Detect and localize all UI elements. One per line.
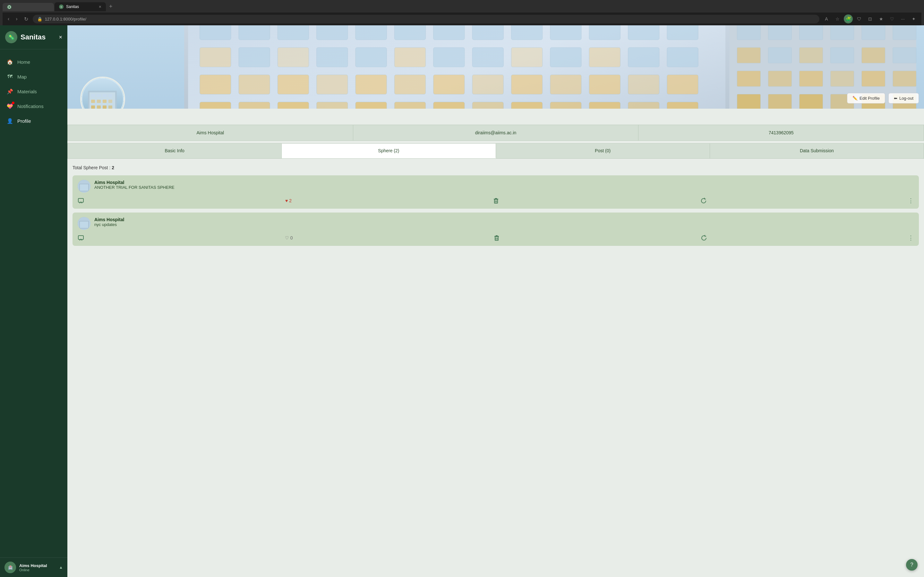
reload-button[interactable]: ↻ <box>22 15 30 23</box>
svg-rect-73 <box>768 25 792 40</box>
svg-rect-90 <box>737 94 760 109</box>
svg-rect-72 <box>737 25 760 40</box>
svg-rect-28 <box>550 25 582 40</box>
svg-rect-36 <box>355 47 387 67</box>
post-1-delete-button[interactable] <box>493 197 499 204</box>
post-1-like-button[interactable]: ♥ 2 <box>285 198 292 203</box>
tab-data-submission[interactable]: Data Submission <box>710 143 924 158</box>
svg-rect-86 <box>800 71 823 87</box>
footer-avatar: 🏥 <box>5 562 16 573</box>
post-2-actions: ♡ 0 ⋮ <box>78 232 914 242</box>
svg-rect-39 <box>472 47 503 67</box>
svg-rect-118 <box>103 105 107 109</box>
svg-rect-55 <box>589 75 620 94</box>
footer-name: Aims Hospital <box>19 563 56 568</box>
svg-rect-24 <box>394 25 425 40</box>
extensions-icon[interactable]: 🧩 <box>844 15 853 23</box>
favorites-icon[interactable]: ★ <box>877 15 885 23</box>
tab-post[interactable]: Post (0) <box>496 143 710 158</box>
svg-rect-21 <box>278 25 309 40</box>
new-tab-icon-tab[interactable] <box>3 3 54 11</box>
profile-phone-cell: 7413962095 <box>638 125 924 141</box>
sidebar-footer[interactable]: 🏥 Aims Hospital Online ▲ <box>0 558 67 577</box>
post-2-like-button[interactable]: ♡ 0 <box>285 235 293 240</box>
sphere-total-label: Total Sphere Post : <box>73 165 110 170</box>
svg-rect-76 <box>862 25 885 40</box>
svg-rect-123 <box>80 184 88 191</box>
post-1-refresh-button[interactable] <box>700 197 707 204</box>
shield-icon[interactable]: 🛡 <box>855 15 864 23</box>
svg-rect-116 <box>91 105 95 109</box>
tab-close-button[interactable]: × <box>99 4 102 9</box>
forward-button[interactable]: › <box>14 15 19 23</box>
tab-sphere[interactable]: Sphere (2) <box>282 143 496 158</box>
tab-basic-info[interactable]: Basic Info <box>68 143 282 158</box>
address-bar[interactable]: 🔒 127.0.0.1:8000/profile/ <box>33 15 819 23</box>
post-2-comment-button[interactable] <box>78 235 84 241</box>
post-2-refresh-button[interactable] <box>701 235 707 241</box>
tab-sphere-label: Sphere (2) <box>378 148 399 153</box>
lock-icon: 🔒 <box>37 17 42 21</box>
split-icon[interactable]: ⊡ <box>866 15 875 23</box>
copilot-icon[interactable]: ✦ <box>909 15 918 23</box>
svg-rect-113 <box>97 100 101 103</box>
footer-status: Online <box>19 568 56 572</box>
profile-phone: 7413962095 <box>769 130 794 135</box>
post-1-comment-button[interactable] <box>78 197 84 204</box>
browser-chrome: S Sanitas × + ‹ › ↻ 🔒 127.0.0.1:8000/pro… <box>0 0 924 25</box>
profile-info-bar: Aims Hospital diraiims@aiims.ac.in 74139… <box>67 125 924 141</box>
svg-rect-54 <box>550 75 582 94</box>
sidebar-item-profile[interactable]: 👤 Profile <box>0 113 67 128</box>
svg-rect-70 <box>667 102 698 109</box>
svg-rect-32 <box>200 47 231 67</box>
svg-rect-29 <box>589 25 620 40</box>
post-2-delete-button[interactable] <box>493 235 500 241</box>
svg-rect-109 <box>97 94 101 97</box>
svg-rect-52 <box>472 75 503 94</box>
svg-rect-111 <box>108 94 112 97</box>
svg-rect-75 <box>830 25 854 40</box>
sidebar-item-map[interactable]: 🗺 Map <box>0 69 67 84</box>
main-content: II <box>67 25 924 577</box>
back-button[interactable]: ‹ <box>6 15 11 23</box>
logout-button[interactable]: ⬅ Log-out <box>888 93 919 103</box>
post-1-more-button[interactable]: ⋮ <box>908 197 914 204</box>
svg-rect-48 <box>317 75 348 94</box>
sidebar-close-button[interactable]: × <box>59 34 62 41</box>
footer-info: Aims Hospital Online <box>19 563 56 572</box>
new-tab-button[interactable]: + <box>107 2 115 11</box>
svg-rect-25 <box>433 25 465 40</box>
svg-rect-74 <box>800 25 823 40</box>
translate-icon[interactable]: A <box>822 15 831 23</box>
svg-rect-92 <box>800 94 823 109</box>
post-2-content: nyc updates <box>94 222 914 227</box>
svg-rect-30 <box>628 25 659 40</box>
svg-rect-19 <box>200 25 231 40</box>
svg-rect-130 <box>80 221 88 228</box>
logout-icon: ⬅ <box>894 96 897 101</box>
svg-rect-85 <box>768 71 792 87</box>
edit-profile-button[interactable]: ✏️ Edit Profile <box>847 93 885 103</box>
bookmark-icon[interactable]: ☆ <box>833 15 842 23</box>
profile-tabs: Basic Info Sphere (2) Post (0) Data Subm… <box>67 143 924 159</box>
sidebar-item-notifications[interactable]: 💝 Notifications <box>0 99 67 113</box>
svg-rect-49 <box>355 75 387 94</box>
svg-rect-41 <box>550 47 582 67</box>
post-2-info: Aims Hospital nyc updates <box>94 217 914 227</box>
post-2-more-button[interactable]: ⋮ <box>908 234 914 242</box>
sidebar-nav: 🏠 Home 🗺 Map 📌 Materials 💝 Notifications… <box>0 49 67 558</box>
profile-name: Aims Hospital <box>197 130 224 135</box>
sidebar-item-materials[interactable]: 📌 Materials <box>0 84 67 99</box>
sidebar-item-home[interactable]: 🏠 Home <box>0 55 67 69</box>
tab-favicon: S <box>59 5 63 9</box>
collections-icon[interactable]: ♡ <box>887 15 897 23</box>
active-tab[interactable]: S Sanitas × <box>55 2 106 11</box>
svg-rect-119 <box>108 105 112 109</box>
profile-icon: 👤 <box>6 117 13 124</box>
svg-rect-112 <box>91 100 95 103</box>
svg-rect-65 <box>472 102 503 109</box>
browser-more-icon[interactable]: ··· <box>898 15 907 23</box>
post-1-info: Aims Hospital ANOTHER TRIAL FOR SANITAS … <box>94 180 914 190</box>
svg-rect-78 <box>737 47 760 63</box>
help-button[interactable]: ? <box>906 559 918 571</box>
